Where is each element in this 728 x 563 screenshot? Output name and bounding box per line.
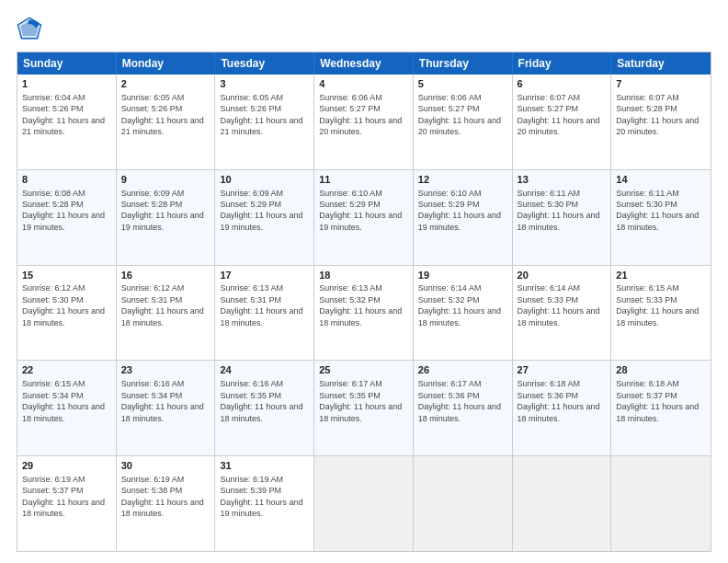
day-number: 3 bbox=[220, 77, 309, 91]
cal-day-24: 24Sunrise: 6:16 AMSunset: 5:35 PMDayligh… bbox=[215, 361, 314, 455]
day-number: 22 bbox=[22, 363, 111, 377]
cal-header-day-friday: Friday bbox=[513, 52, 612, 75]
day-number: 2 bbox=[121, 77, 210, 91]
cell-info: Sunrise: 6:06 AMSunset: 5:27 PMDaylight:… bbox=[418, 93, 501, 136]
cal-day-25: 25Sunrise: 6:17 AMSunset: 5:35 PMDayligh… bbox=[314, 361, 414, 455]
cell-info: Sunrise: 6:10 AMSunset: 5:29 PMDaylight:… bbox=[418, 189, 501, 232]
cal-header-day-tuesday: Tuesday bbox=[215, 52, 314, 75]
cal-day-19: 19Sunrise: 6:14 AMSunset: 5:32 PMDayligh… bbox=[414, 266, 513, 361]
day-number: 18 bbox=[319, 269, 408, 282]
day-number: 23 bbox=[121, 363, 210, 377]
cell-info: Sunrise: 6:11 AMSunset: 5:30 PMDaylight:… bbox=[518, 189, 600, 232]
cal-day-10: 10Sunrise: 6:09 AMSunset: 5:29 PMDayligh… bbox=[215, 170, 314, 265]
day-number: 5 bbox=[418, 77, 507, 91]
day-number: 13 bbox=[518, 173, 607, 187]
cal-week-3: 15Sunrise: 6:12 AMSunset: 5:30 PMDayligh… bbox=[17, 265, 711, 361]
day-number: 12 bbox=[418, 173, 507, 187]
cal-day-3: 3Sunrise: 6:05 AMSunset: 5:26 PMDaylight… bbox=[215, 75, 314, 169]
cell-info: Sunrise: 6:05 AMSunset: 5:26 PMDaylight:… bbox=[220, 93, 302, 136]
day-number: 1 bbox=[22, 77, 111, 91]
cal-day-23: 23Sunrise: 6:16 AMSunset: 5:34 PMDayligh… bbox=[117, 361, 216, 455]
cal-week-5: 29Sunrise: 6:19 AMSunset: 5:37 PMDayligh… bbox=[17, 455, 711, 551]
day-number: 25 bbox=[319, 363, 408, 377]
cal-header-day-sunday: Sunday bbox=[17, 52, 117, 75]
cal-day-20: 20Sunrise: 6:14 AMSunset: 5:33 PMDayligh… bbox=[513, 266, 612, 361]
cal-day-9: 9Sunrise: 6:09 AMSunset: 5:28 PMDaylight… bbox=[117, 170, 216, 265]
day-number: 19 bbox=[418, 269, 507, 282]
day-number: 11 bbox=[319, 173, 408, 187]
day-number: 29 bbox=[22, 459, 111, 473]
cell-info: Sunrise: 6:08 AMSunset: 5:28 PMDaylight:… bbox=[22, 189, 105, 232]
cal-empty bbox=[314, 456, 414, 551]
logo-icon bbox=[17, 17, 42, 42]
cal-week-1: 1Sunrise: 6:04 AMSunset: 5:26 PMDaylight… bbox=[17, 75, 711, 169]
day-number: 28 bbox=[616, 363, 706, 377]
cell-info: Sunrise: 6:14 AMSunset: 5:33 PMDaylight:… bbox=[518, 283, 600, 327]
cell-info: Sunrise: 6:15 AMSunset: 5:33 PMDaylight:… bbox=[616, 283, 699, 327]
cal-week-2: 8Sunrise: 6:08 AMSunset: 5:28 PMDaylight… bbox=[17, 169, 711, 265]
cal-day-30: 30Sunrise: 6:19 AMSunset: 5:38 PMDayligh… bbox=[117, 456, 216, 551]
calendar: SundayMondayTuesdayWednesdayThursdayFrid… bbox=[17, 52, 711, 552]
cell-info: Sunrise: 6:05 AMSunset: 5:26 PMDaylight:… bbox=[121, 93, 204, 136]
day-number: 20 bbox=[518, 269, 607, 282]
day-number: 27 bbox=[518, 363, 607, 377]
cal-day-17: 17Sunrise: 6:13 AMSunset: 5:31 PMDayligh… bbox=[215, 266, 314, 361]
cell-info: Sunrise: 6:16 AMSunset: 5:35 PMDaylight:… bbox=[220, 379, 302, 422]
day-number: 9 bbox=[121, 173, 210, 187]
cal-header-day-saturday: Saturday bbox=[611, 52, 711, 75]
cell-info: Sunrise: 6:11 AMSunset: 5:30 PMDaylight:… bbox=[616, 189, 699, 232]
cal-day-11: 11Sunrise: 6:10 AMSunset: 5:29 PMDayligh… bbox=[314, 170, 414, 265]
day-number: 4 bbox=[319, 77, 408, 91]
cell-info: Sunrise: 6:18 AMSunset: 5:37 PMDaylight:… bbox=[616, 379, 699, 422]
day-number: 16 bbox=[121, 269, 210, 282]
cal-day-2: 2Sunrise: 6:05 AMSunset: 5:26 PMDaylight… bbox=[117, 75, 216, 169]
cell-info: Sunrise: 6:19 AMSunset: 5:38 PMDaylight:… bbox=[121, 475, 204, 518]
cell-info: Sunrise: 6:17 AMSunset: 5:35 PMDaylight:… bbox=[319, 379, 402, 422]
cell-info: Sunrise: 6:07 AMSunset: 5:28 PMDaylight:… bbox=[616, 93, 699, 136]
cal-day-7: 7Sunrise: 6:07 AMSunset: 5:28 PMDaylight… bbox=[611, 75, 711, 169]
cal-day-13: 13Sunrise: 6:11 AMSunset: 5:30 PMDayligh… bbox=[513, 170, 612, 265]
cal-day-4: 4Sunrise: 6:06 AMSunset: 5:27 PMDaylight… bbox=[314, 75, 414, 169]
cell-info: Sunrise: 6:16 AMSunset: 5:34 PMDaylight:… bbox=[121, 379, 204, 422]
calendar-body: 1Sunrise: 6:04 AMSunset: 5:26 PMDaylight… bbox=[17, 75, 711, 551]
cell-info: Sunrise: 6:17 AMSunset: 5:36 PMDaylight:… bbox=[418, 379, 501, 422]
cell-info: Sunrise: 6:19 AMSunset: 5:37 PMDaylight:… bbox=[22, 475, 105, 518]
cal-day-12: 12Sunrise: 6:10 AMSunset: 5:29 PMDayligh… bbox=[414, 170, 513, 265]
cell-info: Sunrise: 6:12 AMSunset: 5:30 PMDaylight:… bbox=[22, 283, 105, 327]
cal-day-1: 1Sunrise: 6:04 AMSunset: 5:26 PMDaylight… bbox=[17, 75, 117, 169]
cal-week-4: 22Sunrise: 6:15 AMSunset: 5:34 PMDayligh… bbox=[17, 360, 711, 455]
cal-day-18: 18Sunrise: 6:13 AMSunset: 5:32 PMDayligh… bbox=[314, 266, 414, 361]
cell-info: Sunrise: 6:15 AMSunset: 5:34 PMDaylight:… bbox=[22, 379, 105, 422]
cell-info: Sunrise: 6:19 AMSunset: 5:39 PMDaylight:… bbox=[220, 475, 302, 518]
cal-day-27: 27Sunrise: 6:18 AMSunset: 5:36 PMDayligh… bbox=[513, 361, 612, 455]
cal-day-21: 21Sunrise: 6:15 AMSunset: 5:33 PMDayligh… bbox=[611, 266, 711, 361]
day-number: 10 bbox=[220, 173, 309, 187]
cal-empty bbox=[611, 456, 711, 551]
cal-empty bbox=[513, 456, 612, 551]
cal-empty bbox=[414, 456, 513, 551]
cell-info: Sunrise: 6:13 AMSunset: 5:32 PMDaylight:… bbox=[319, 283, 402, 327]
cal-day-5: 5Sunrise: 6:06 AMSunset: 5:27 PMDaylight… bbox=[414, 75, 513, 169]
cal-day-29: 29Sunrise: 6:19 AMSunset: 5:37 PMDayligh… bbox=[17, 456, 117, 551]
header bbox=[17, 17, 711, 42]
day-number: 6 bbox=[518, 77, 607, 91]
day-number: 26 bbox=[418, 363, 507, 377]
cell-info: Sunrise: 6:09 AMSunset: 5:28 PMDaylight:… bbox=[121, 189, 204, 232]
cell-info: Sunrise: 6:14 AMSunset: 5:32 PMDaylight:… bbox=[418, 283, 501, 327]
cal-day-22: 22Sunrise: 6:15 AMSunset: 5:34 PMDayligh… bbox=[17, 361, 117, 455]
page: SundayMondayTuesdayWednesdayThursdayFrid… bbox=[0, 0, 728, 563]
cal-day-31: 31Sunrise: 6:19 AMSunset: 5:39 PMDayligh… bbox=[215, 456, 314, 551]
day-number: 15 bbox=[22, 269, 111, 282]
cal-day-15: 15Sunrise: 6:12 AMSunset: 5:30 PMDayligh… bbox=[17, 266, 117, 361]
day-number: 7 bbox=[616, 77, 706, 91]
cal-header-day-thursday: Thursday bbox=[414, 52, 513, 75]
logo bbox=[17, 17, 46, 42]
calendar-header: SundayMondayTuesdayWednesdayThursdayFrid… bbox=[17, 52, 711, 75]
cal-header-day-monday: Monday bbox=[117, 52, 216, 75]
cell-info: Sunrise: 6:04 AMSunset: 5:26 PMDaylight:… bbox=[22, 93, 105, 136]
day-number: 31 bbox=[220, 459, 309, 473]
day-number: 8 bbox=[22, 173, 111, 187]
cell-info: Sunrise: 6:13 AMSunset: 5:31 PMDaylight:… bbox=[220, 283, 302, 327]
day-number: 30 bbox=[121, 459, 210, 473]
cal-day-6: 6Sunrise: 6:07 AMSunset: 5:27 PMDaylight… bbox=[513, 75, 612, 169]
